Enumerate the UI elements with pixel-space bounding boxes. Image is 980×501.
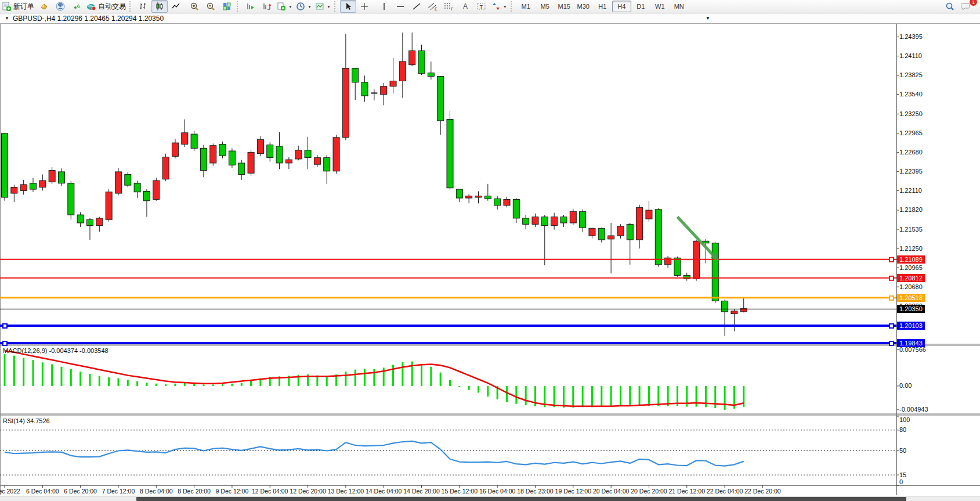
candle-body[interactable] xyxy=(143,192,150,201)
candle-body[interactable] xyxy=(219,144,226,156)
candle-body[interactable] xyxy=(418,51,425,73)
candle-body[interactable] xyxy=(276,146,283,163)
hline-handle[interactable] xyxy=(889,258,894,262)
candle-body[interactable] xyxy=(589,228,595,236)
candle-body[interactable] xyxy=(608,236,614,239)
scrollbar-thumb[interactable] xyxy=(136,497,906,501)
hline-handle[interactable] xyxy=(889,296,894,300)
candle-body[interactable] xyxy=(96,218,103,226)
candle-body[interactable] xyxy=(447,120,453,188)
time-axis-label: 9 Dec 12:00 xyxy=(216,488,249,495)
candle-body[interactable] xyxy=(655,210,661,265)
candle-body[interactable] xyxy=(285,160,292,163)
candle-body[interactable] xyxy=(248,152,254,173)
candle-body[interactable] xyxy=(637,207,643,240)
time-axis-label: 7 Dec 12:00 xyxy=(102,488,135,495)
candle-body[interactable] xyxy=(68,183,74,215)
candle-body[interactable] xyxy=(693,241,700,279)
candle-body[interactable] xyxy=(409,51,415,64)
candle-body[interactable] xyxy=(381,86,387,95)
candle-body[interactable] xyxy=(437,76,444,120)
candle-body[interactable] xyxy=(494,199,501,206)
candle-body[interactable] xyxy=(210,146,216,163)
candle-body[interactable] xyxy=(238,163,245,175)
candle-body[interactable] xyxy=(352,68,359,82)
candle-body[interactable] xyxy=(172,143,178,156)
candle-body[interactable] xyxy=(200,148,207,170)
candle-body[interactable] xyxy=(314,158,320,165)
candle-body[interactable] xyxy=(11,188,17,193)
price-axis-label: 1.22965 xyxy=(899,129,923,136)
candle-body[interactable] xyxy=(570,211,576,223)
price-line-badge: 1.20103 xyxy=(897,322,925,330)
candle-body[interactable] xyxy=(627,224,633,240)
candle-body[interactable] xyxy=(49,171,55,182)
time-axis-label: 16 Dec 04:00 xyxy=(479,488,515,495)
candle-body[interactable] xyxy=(125,175,131,186)
price-axis-label: 1.20680 xyxy=(899,283,923,290)
hline-handle[interactable] xyxy=(889,341,894,345)
candle-body[interactable] xyxy=(541,217,548,226)
price-axis-label: 1.23250 xyxy=(899,110,923,117)
candle-body[interactable] xyxy=(484,196,491,199)
candle-body[interactable] xyxy=(77,215,84,223)
candle-body[interactable] xyxy=(295,150,302,159)
candle-body[interactable] xyxy=(466,196,472,198)
hline-handle[interactable] xyxy=(3,341,7,345)
candle-body[interactable] xyxy=(115,172,121,193)
candle-body[interactable] xyxy=(2,134,8,197)
time-axis-label: 8 Dec 04:00 xyxy=(140,488,173,495)
hline-handle[interactable] xyxy=(889,276,894,280)
candle-body[interactable] xyxy=(58,172,64,183)
candle-body[interactable] xyxy=(580,211,586,228)
candle-body[interactable] xyxy=(305,150,311,158)
time-axis-label: 20 Dec 20:00 xyxy=(631,488,667,495)
candle-body[interactable] xyxy=(456,189,462,198)
candle-body[interactable] xyxy=(674,258,681,275)
candle-body[interactable] xyxy=(153,181,160,199)
candle-body[interactable] xyxy=(361,82,368,96)
candle-body[interactable] xyxy=(30,183,36,189)
candle-body[interactable] xyxy=(182,133,188,145)
hline-handle[interactable] xyxy=(3,324,7,328)
candle-body[interactable] xyxy=(598,228,605,240)
candle-body[interactable] xyxy=(257,139,263,153)
candle-body[interactable] xyxy=(646,210,652,219)
hline-handle[interactable] xyxy=(889,324,894,328)
price-axis-label: 1.22110 xyxy=(899,187,922,194)
candle-body[interactable] xyxy=(532,217,538,225)
candle-body[interactable] xyxy=(191,134,197,148)
chart-canvas[interactable] xyxy=(0,0,980,501)
candle-body[interactable] xyxy=(39,181,46,188)
price-axis-label: 1.24395 xyxy=(899,33,923,40)
time-axis-label: 18 Dec 23:00 xyxy=(517,488,553,495)
candle-body[interactable] xyxy=(504,199,510,205)
candle-body[interactable] xyxy=(390,81,396,86)
time-axis-label: 20 Dec 04:00 xyxy=(593,488,629,495)
candle-body[interactable] xyxy=(333,138,339,171)
candle-body[interactable] xyxy=(428,73,434,77)
candle-body[interactable] xyxy=(475,196,482,197)
time-axis-label: 19 Dec 12:00 xyxy=(555,488,591,495)
candle-body[interactable] xyxy=(523,218,529,224)
candle-body[interactable] xyxy=(162,157,169,179)
candle-body[interactable] xyxy=(712,243,718,301)
candle-body[interactable] xyxy=(722,301,728,312)
candle-body[interactable] xyxy=(324,158,330,171)
candle-body[interactable] xyxy=(86,219,93,225)
candle-body[interactable] xyxy=(342,68,349,137)
candle-body[interactable] xyxy=(560,217,567,223)
candle-body[interactable] xyxy=(551,217,558,226)
macd-axis-label: 0.007566 xyxy=(899,346,926,353)
candle-body[interactable] xyxy=(731,311,737,314)
candle-body[interactable] xyxy=(20,185,27,190)
horizontal-scrollbar[interactable] xyxy=(0,496,980,501)
candle-body[interactable] xyxy=(134,183,140,192)
price-line-badge: 1.20518 xyxy=(897,294,925,302)
candle-body[interactable] xyxy=(229,151,235,165)
candle-body[interactable] xyxy=(106,192,112,220)
candle-body[interactable] xyxy=(399,62,406,81)
candle-body[interactable] xyxy=(513,199,519,218)
candle-body[interactable] xyxy=(617,226,624,236)
candle-body[interactable] xyxy=(267,145,273,158)
